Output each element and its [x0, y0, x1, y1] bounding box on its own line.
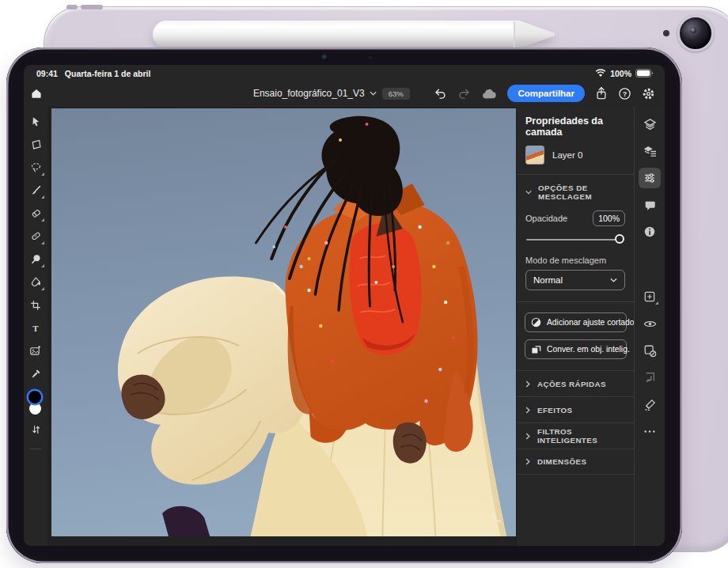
info-icon[interactable]: [639, 222, 661, 242]
send-to-icon[interactable]: [639, 367, 661, 388]
help-icon[interactable]: ?: [618, 87, 631, 100]
document-title-group: Ensaio_fotográfico_01_V3 63%: [253, 88, 410, 100]
undo-button[interactable]: [434, 87, 447, 100]
background-color-swatch[interactable]: [29, 403, 41, 415]
lasso-tool[interactable]: [25, 157, 46, 178]
opacity-row: Opacidade 100%: [517, 210, 634, 232]
chevron-right-icon: [525, 407, 530, 414]
tools-divider: [29, 449, 42, 449]
apple-pencil-seam: [514, 21, 515, 47]
redo-button[interactable]: [457, 87, 471, 100]
canvas-corner-handle[interactable]: [491, 513, 502, 524]
convert-smart-object-button[interactable]: Conver. em obj. intelig.: [525, 339, 627, 359]
fill-bucket-tool[interactable]: [25, 271, 46, 293]
section-dimensions[interactable]: DIMENSÕES: [517, 449, 634, 475]
apple-pencil: [153, 21, 555, 48]
more-options-icon[interactable]: [639, 421, 661, 441]
type-tool[interactable]: T: [25, 317, 46, 339]
layers-icon[interactable]: [639, 114, 661, 134]
add-layer-icon[interactable]: [639, 286, 661, 307]
right-icon-rail: [634, 107, 665, 546]
opacity-slider-track[interactable]: [526, 239, 624, 240]
healing-tool[interactable]: [25, 225, 46, 247]
panel-title: Propriedades da camada: [517, 107, 634, 145]
blend-mode-select[interactable]: Normal: [525, 270, 625, 290]
status-bar: 09:41 Quarta-feira 1 de abril 100%: [24, 65, 665, 80]
swap-colors-icon[interactable]: [25, 418, 46, 440]
eraser-tool[interactable]: [25, 203, 46, 224]
opacity-slider[interactable]: [526, 234, 624, 245]
apple-pencil-tip: [515, 21, 555, 48]
layer-row[interactable]: Layer 0: [517, 145, 634, 174]
foreground-color-swatch[interactable]: [28, 391, 41, 403]
clone-stamp-tool[interactable]: [25, 248, 46, 270]
battery-icon: [635, 69, 654, 79]
top-toolbar: Ensaio_fotográfico_01_V3 63%: [24, 80, 665, 107]
svg-text:T: T: [32, 323, 39, 332]
layer-name: Layer 0: [552, 150, 582, 160]
layer-properties-panel: Propriedades da camada Layer 0 OPÇÕES DE…: [516, 107, 634, 546]
scene: 09:41 Quarta-feira 1 de abril 100%: [0, 0, 728, 568]
front-sensor-dot: [369, 56, 372, 59]
zoom-level-badge[interactable]: 63%: [382, 88, 410, 100]
front-camera: [321, 54, 328, 61]
export-share-icon[interactable]: [595, 86, 608, 100]
main-area: T: [24, 107, 665, 546]
layer-action-buttons: Adicionar ajuste cortado Conver. em obj.…: [517, 301, 634, 370]
chevron-right-icon: [525, 381, 530, 388]
color-well[interactable]: [26, 390, 45, 417]
clock-time: 09:41: [36, 69, 58, 78]
wifi-icon: [595, 69, 606, 79]
add-clipped-adjustment-button[interactable]: Adicionar ajuste cortado: [525, 312, 627, 332]
chevron-right-icon: [525, 433, 530, 440]
section-effects[interactable]: EFEITOS: [517, 396, 634, 422]
volume-button: [81, 5, 103, 9]
rear-microphone-dot: [663, 30, 669, 36]
move-tool[interactable]: [25, 111, 46, 132]
section-smart-filters[interactable]: FILTROS INTELIGENTES: [517, 422, 634, 449]
canvas-photo[interactable]: [51, 108, 516, 536]
clock-date: Quarta-feira 1 de abril: [65, 69, 151, 78]
adjustments-sliders-icon[interactable]: [639, 168, 661, 188]
opacity-slider-knob[interactable]: [615, 234, 624, 244]
blend-mode-label: Modo de mesclagem: [517, 256, 634, 270]
apple-pencil-body: [153, 21, 518, 48]
chevron-right-icon: [525, 458, 530, 465]
opacity-label: Opacidade: [525, 214, 567, 223]
chevron-down-icon: [525, 190, 532, 195]
home-button[interactable]: [24, 80, 49, 107]
svg-text:?: ?: [623, 89, 627, 97]
crop-tool[interactable]: [25, 294, 46, 316]
adjustment-icon: [531, 317, 541, 328]
cloud-sync-icon[interactable]: [481, 88, 497, 100]
document-title[interactable]: Ensaio_fotográfico_01_V3: [253, 88, 377, 99]
volume-button: [66, 5, 78, 9]
section-quick-actions[interactable]: AÇÕES RÁPIDAS: [517, 370, 634, 396]
layer-thumbnail[interactable]: [525, 146, 544, 165]
tool-strip: T: [24, 107, 47, 546]
transform-tool[interactable]: [25, 134, 46, 155]
cleanup-brush-icon[interactable]: [639, 394, 661, 415]
layer-properties-icon[interactable]: [639, 141, 661, 161]
canvas-area[interactable]: [47, 107, 516, 546]
battery-percent: 100%: [610, 69, 631, 78]
layer-visibility-eye-icon[interactable]: [639, 313, 661, 334]
settings-gear-icon[interactable]: [642, 87, 655, 100]
toolbar-right-controls: Compartilhar ?: [434, 85, 655, 102]
blend-options-header[interactable]: OPÇÕES DE MESCLAGEM: [517, 174, 634, 210]
share-button[interactable]: Compartilhar: [507, 85, 585, 102]
comments-icon[interactable]: [639, 195, 661, 215]
front-ipad-device: 09:41 Quarta-feira 1 de abril 100%: [6, 47, 682, 563]
smart-object-icon: [531, 344, 541, 354]
chevron-down-icon: [610, 278, 617, 282]
chevron-down-icon: [370, 91, 377, 96]
brush-tool[interactable]: [25, 180, 46, 201]
app-screen: 09:41 Quarta-feira 1 de abril 100%: [24, 65, 665, 546]
opacity-value[interactable]: 100%: [593, 210, 625, 226]
eyedropper-tool[interactable]: [25, 363, 46, 384]
rear-camera-lens: [677, 15, 714, 51]
place-photo-tool[interactable]: [25, 340, 46, 362]
layer-mask-visibility-icon[interactable]: [639, 340, 661, 361]
